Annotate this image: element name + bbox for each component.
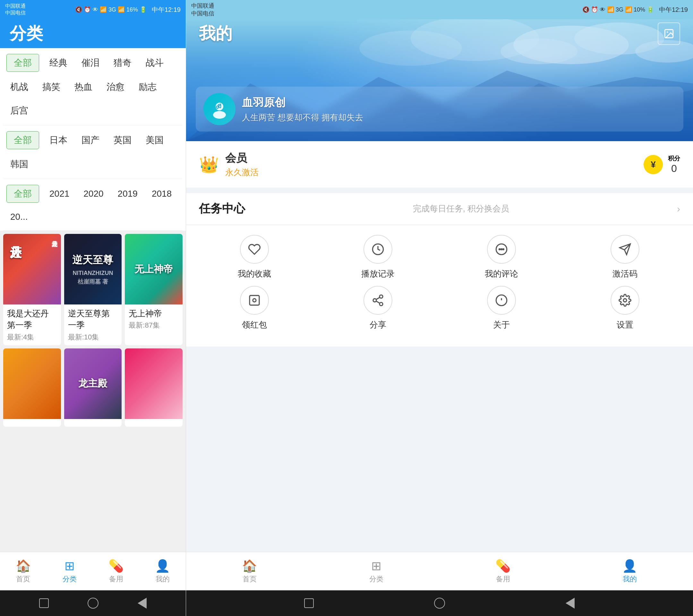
image-button[interactable] xyxy=(658,22,680,45)
card-4[interactable] xyxy=(3,349,61,427)
func-favorites[interactable]: 我的收藏 xyxy=(229,235,280,279)
svg-point-22 xyxy=(379,295,383,298)
filter-all-genre[interactable]: 全部 xyxy=(6,54,39,72)
activation-label: 激活码 xyxy=(612,268,637,279)
left-carrier1: 中国联通 xyxy=(5,3,26,9)
card-3-title: 无上神帝 xyxy=(128,308,179,319)
filter-tag-2021[interactable]: 2021 xyxy=(45,186,73,201)
member-label: 会员 xyxy=(225,151,259,165)
filter-tag-usa[interactable]: 美国 xyxy=(142,132,167,149)
func-row-2: 领红包 分享 xyxy=(193,286,687,331)
crown-icon: 👑 xyxy=(199,155,219,174)
filter-tag-uk[interactable]: 英国 xyxy=(110,132,135,149)
left-nav-category[interactable]: ⊞ 分类 xyxy=(46,552,93,590)
card-1-info: 我是大还丹第一季 最新:4集 xyxy=(3,304,61,345)
left-nav-home[interactable]: 🏠 首页 xyxy=(0,552,46,590)
left-nav-backup[interactable]: 💊 备用 xyxy=(93,552,140,590)
card-2[interactable]: 逆天至尊 NITIANZHIZUN 枯崖雨墓 著 逆天至尊第一季 最新:10集 xyxy=(64,234,122,345)
card-2-info: 逆天至尊第一季 最新:10集 xyxy=(64,304,122,345)
function-grid: 我的收藏 播放记录 xyxy=(186,225,693,346)
filter-tag-healing[interactable]: 治愈 xyxy=(103,78,128,96)
left-app-title-bar: 分类 xyxy=(0,19,186,48)
left-status-right: 🔇 ⏰ 👁 📶 3G 📶 16% 🔋 中午12:19 xyxy=(75,5,181,14)
right-status-right: 🔇 ⏰ 👁 📶 3G 📶 10% 🔋 中午12:19 xyxy=(582,5,688,14)
task-title: 任务中心 xyxy=(199,201,245,217)
right-nav-backup[interactable]: 💊 备用 xyxy=(439,552,566,590)
filter-tag-passion[interactable]: 热血 xyxy=(71,78,96,96)
right-recent-btn[interactable] xyxy=(301,595,317,611)
right-nav-category[interactable]: ⊞ 分类 xyxy=(313,552,439,590)
hero-page-title: 我的 xyxy=(199,22,232,45)
svg-line-25 xyxy=(376,301,379,303)
filter-row-genre: 全部 经典 催泪 猎奇 战斗 机战 搞笑 热血 治愈 励志 后宫 xyxy=(3,48,182,125)
right-nav-home-label: 首页 xyxy=(242,574,257,584)
image-icon xyxy=(664,28,674,39)
filter-tag-inspire[interactable]: 励志 xyxy=(135,78,160,96)
left-nav-mine[interactable]: 👤 我的 xyxy=(139,552,186,590)
filter-tag-harem[interactable]: 后宫 xyxy=(6,102,32,119)
func-redpacket[interactable]: 领红包 xyxy=(229,286,280,331)
card-1[interactable]: 大还丹 我是大还丹 我是大还丹第一季 最新:4集 xyxy=(3,234,61,345)
card-2-title: 逆天至尊第一季 xyxy=(68,308,118,331)
task-center[interactable]: 任务中心 完成每日任务, 积分换会员 › xyxy=(186,193,693,224)
left-carrier2: 中国电信 xyxy=(5,9,26,16)
right-home-btn[interactable] xyxy=(432,595,448,611)
left-nav-home-label: 首页 xyxy=(16,574,30,584)
settings-icon xyxy=(611,286,639,315)
hero-title-bar: 我的 xyxy=(186,19,693,48)
filter-tag-2019[interactable]: 2019 xyxy=(114,186,141,201)
card-3-subtitle: 最新:87集 xyxy=(128,320,179,330)
share-icon xyxy=(363,286,392,315)
filter-tag-china[interactable]: 国产 xyxy=(78,132,103,149)
card-5[interactable]: 龙主殿 xyxy=(64,349,122,427)
func-comments[interactable]: 我的评论 xyxy=(476,235,527,279)
right-back-btn[interactable] xyxy=(562,595,578,611)
card-6[interactable] xyxy=(125,349,182,427)
right-android-bar xyxy=(186,590,693,616)
filter-tag-fight[interactable]: 战斗 xyxy=(142,54,167,72)
filter-tag-2020[interactable]: 2020 xyxy=(80,186,107,201)
content-grid: 大还丹 我是大还丹 我是大还丹第一季 最新:4集 逆天至尊 NITIANZHIZ… xyxy=(3,234,182,427)
right-status-bar: 中国联通 中国电信 🔇 ⏰ 👁 📶 3G 📶 10% 🔋 中午12:19 xyxy=(186,0,693,19)
filter-all-year[interactable]: 全部 xyxy=(6,185,39,203)
filter-row-region: 全部 日本 国产 英国 美国 韩国 xyxy=(3,125,182,179)
left-recent-btn[interactable] xyxy=(36,595,52,611)
points-value: 0 xyxy=(668,163,680,175)
filter-tag-sad[interactable]: 催泪 xyxy=(78,54,103,72)
func-settings[interactable]: 设置 xyxy=(599,286,651,331)
left-time: 中午12:19 xyxy=(152,5,181,14)
right-nav-mine[interactable]: 👤 我的 xyxy=(566,552,693,590)
card-3[interactable]: 无上神帝 无上神帝 最新:87集 xyxy=(125,234,182,345)
filter-tag-mystery[interactable]: 猎奇 xyxy=(110,54,135,72)
func-history[interactable]: 播放记录 xyxy=(352,235,403,279)
redpacket-label: 领红包 xyxy=(242,319,267,331)
right-nav-home[interactable]: 🏠 首页 xyxy=(186,552,313,590)
right-nav-mine-label: 我的 xyxy=(623,574,637,584)
func-row-1: 我的收藏 播放记录 xyxy=(193,235,687,279)
filter-tag-japan[interactable]: 日本 xyxy=(45,132,71,149)
left-back-btn[interactable] xyxy=(134,595,150,611)
content-grid-area: 大还丹 我是大还丹 我是大还丹第一季 最新:4集 逆天至尊 NITIANZHIZ… xyxy=(0,231,186,552)
left-bottom-nav: 🏠 首页 ⊞ 分类 💊 备用 👤 我的 xyxy=(0,552,186,590)
hero-user-desc: 人生两苦 想要却不得 拥有却失去 xyxy=(242,112,363,123)
left-home-btn[interactable] xyxy=(85,595,101,611)
points-label: 积分 xyxy=(668,154,680,163)
func-about[interactable]: 关于 xyxy=(476,286,527,331)
recent-icon xyxy=(39,598,49,608)
filter-tag-korea[interactable]: 韩国 xyxy=(6,156,32,173)
points-details: 积分 0 xyxy=(668,154,680,175)
svg-line-26 xyxy=(376,297,379,300)
task-arrow-icon: › xyxy=(677,203,680,214)
yen-symbol: ¥ xyxy=(651,159,656,170)
filter-tag-mecha[interactable]: 机战 xyxy=(6,78,32,96)
filter-tag-older[interactable]: 20... xyxy=(6,209,32,224)
filter-tag-comedy[interactable]: 搞笑 xyxy=(39,78,64,96)
card-1-subtitle: 最新:4集 xyxy=(7,332,57,342)
right-status-icons: 🔇 ⏰ 👁 📶 3G 📶 10% 🔋 xyxy=(582,6,654,13)
filter-tag-2018[interactable]: 2018 xyxy=(148,186,176,201)
func-share[interactable]: 分享 xyxy=(352,286,403,331)
func-activation[interactable]: 激活码 xyxy=(599,235,651,279)
filter-tag-classic[interactable]: 经典 xyxy=(45,54,71,72)
member-section: 👑 会员 永久激活 ¥ 积分 0 xyxy=(186,141,693,188)
filter-all-region[interactable]: 全部 xyxy=(6,131,39,149)
